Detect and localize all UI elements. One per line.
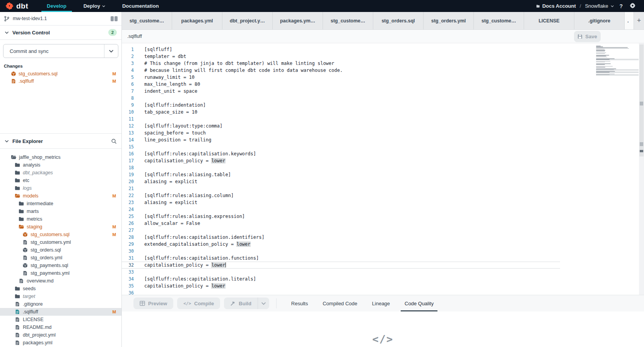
nav-item-develop[interactable]: Develop <box>38 0 75 12</box>
dbt-logo[interactable]: dbt <box>0 0 38 12</box>
line-number: 5 <box>122 75 136 80</box>
save-button[interactable]: Save <box>574 31 601 42</box>
highlighted-word: lower <box>211 158 225 163</box>
editor-tab[interactable]: stg_custome… <box>122 12 172 29</box>
branch-row[interactable]: mw-test-idev1.1 <box>0 12 121 26</box>
preview-button[interactable]: Preview <box>133 298 173 309</box>
gear-icon[interactable] <box>628 3 637 10</box>
code-line-16: 16[sqlfluff:rules:capitalisation.keyword… <box>122 150 644 157</box>
line-number: 24 <box>122 207 136 212</box>
folder-open-icon <box>19 224 24 230</box>
line-number: 22 <box>122 193 136 198</box>
cube-icon <box>22 232 28 237</box>
doc-icon <box>15 325 20 330</box>
line-number: 31 <box>122 255 136 261</box>
hammer-icon <box>230 301 236 306</box>
search-icon[interactable] <box>111 138 117 144</box>
tree-item-seeds[interactable]: seeds <box>0 285 121 293</box>
split-view-icon[interactable] <box>111 16 118 21</box>
tree-item-overview.md[interactable]: overview.md <box>0 277 121 285</box>
tree-item-intermediate[interactable]: intermediate <box>0 200 121 208</box>
account-name: Docs Account <box>542 3 576 9</box>
build-options-chevron[interactable] <box>258 298 269 309</box>
line-number: 33 <box>122 269 136 275</box>
line-number: 26 <box>122 221 136 226</box>
folder-icon <box>15 286 20 291</box>
bottom-tab-compiled-code[interactable]: Compiled Code <box>323 295 357 311</box>
tree-item-stg_customers.yml[interactable]: stg_customers.yml <box>0 238 121 246</box>
tree-item-README.md[interactable]: README.md <box>0 323 121 331</box>
tree-item-.gitignore[interactable]: .gitignore <box>0 300 121 308</box>
compile-button[interactable]: </>Compile <box>177 298 220 309</box>
doc-icon <box>22 270 28 276</box>
tree-item-analysis[interactable]: analysis <box>0 161 121 169</box>
code-line-6: 6max_line_length = 80 <box>122 81 644 88</box>
modified-badge: M <box>112 225 116 229</box>
changed-file[interactable]: .sqlfluffM <box>0 77 121 85</box>
editor-tab[interactable]: stg_orders.yml <box>424 12 474 29</box>
help-icon[interactable]: ? <box>618 3 624 9</box>
code-line-11: 11 <box>122 116 644 122</box>
code-line-2: 2templater = dbt <box>122 53 644 60</box>
highlighted-word: lower <box>236 242 250 247</box>
editor-tab[interactable]: stg_orders.sql <box>373 12 424 29</box>
tree-item-packages.yml[interactable]: packages.yml <box>0 339 121 347</box>
doc-icon <box>19 278 24 284</box>
tree-item-target[interactable]: target <box>0 293 121 300</box>
account-switcher[interactable]: Docs Account / Snowflake <box>536 3 614 9</box>
tree-item-stg_customers.sql[interactable]: stg_customers.sqlM <box>0 231 121 238</box>
scrollbar-thumb[interactable] <box>639 44 644 156</box>
tree-item-dbt_packages[interactable]: dbt_packages <box>0 169 121 177</box>
file-explorer-header[interactable]: File Explorer <box>0 133 121 149</box>
tree-item-etc[interactable]: etc <box>0 177 121 184</box>
version-control-header[interactable]: Version Control 2 <box>0 26 121 40</box>
editor-tab[interactable]: .gitignore <box>574 12 625 29</box>
tree-item-jaffle_shop_metrics[interactable]: jaffle_shop_metrics <box>0 153 121 161</box>
bottom-tab-code-quality[interactable]: Code Quality <box>405 295 434 311</box>
tree-item-metrics[interactable]: metrics <box>0 215 121 223</box>
editor-scrollbar[interactable] <box>639 43 644 295</box>
new-tab-button[interactable]: + <box>634 12 644 29</box>
editor-tab[interactable]: stg_custome… <box>323 12 373 29</box>
code-line-10: 10tab_space_size = 10 <box>122 109 644 116</box>
tree-item-marts[interactable]: marts <box>0 208 121 215</box>
tree-item-.sqlfluff[interactable]: .sqlfluffM <box>0 308 121 316</box>
editor-tab-active-partial[interactable]: . <box>625 12 634 29</box>
bottom-tab-lineage[interactable]: Lineage <box>372 295 390 311</box>
code-line-25: 25[sqlfluff:rules:aliasing.expression] <box>122 213 644 220</box>
tree-item-logs[interactable]: logs <box>0 184 121 192</box>
build-button[interactable]: Build <box>224 298 258 309</box>
tree-item-LICENSE[interactable]: LICENSE <box>0 316 121 323</box>
editor-tab[interactable]: packages.yml <box>172 12 222 29</box>
tree-item-stg_payments.yml[interactable]: stg_payments.yml <box>0 269 121 277</box>
editor-tab[interactable]: packages.ym… <box>273 12 323 29</box>
editor-tab[interactable]: LICENSE <box>524 12 574 29</box>
bottom-tab-results[interactable]: Results <box>291 295 308 311</box>
tree-item-staging[interactable]: stagingM <box>0 223 121 231</box>
nav-menu: DevelopDeployDocumentation <box>38 0 167 12</box>
editor-tab[interactable]: dbt_project.y… <box>222 12 273 29</box>
code-line-32: 32capitalisation_policy = lower <box>122 262 560 269</box>
nav-item-documentation[interactable]: Documentation <box>114 0 167 12</box>
commit-options-chevron[interactable] <box>104 44 118 58</box>
code-editor[interactable]: 1[sqlfluff]2templater = dbt3# This chang… <box>122 43 644 295</box>
tree-item-stg_payments.sql[interactable]: stg_payments.sql <box>0 262 121 269</box>
tree-item-models[interactable]: modelsM <box>0 192 121 200</box>
changes-label: Changes <box>4 64 121 68</box>
folder-icon <box>15 185 20 191</box>
code-line-3: 3# This change (from jinja to dbt templa… <box>122 60 644 67</box>
line-number: 6 <box>122 82 136 87</box>
nav-item-deploy[interactable]: Deploy <box>75 0 114 12</box>
tree-item-dbt_project.yml[interactable]: dbt_project.yml <box>0 331 121 339</box>
tree-item-stg_orders.yml[interactable]: stg_orders.yml <box>0 254 121 262</box>
changed-file[interactable]: stg_customers.sqlM <box>0 70 121 77</box>
editor-tab[interactable]: stg_custome… <box>474 12 524 29</box>
branch-name: mw-test-idev1.1 <box>13 16 108 21</box>
line-number: 17 <box>122 158 136 163</box>
line-number: 34 <box>122 276 136 282</box>
highlighted-word: lower <box>211 262 225 268</box>
commit-and-sync-button[interactable]: Commit and sync <box>3 44 118 58</box>
code-line-36: 36 <box>122 289 644 295</box>
chevron-down-icon <box>5 31 9 35</box>
tree-item-stg_orders.sql[interactable]: stg_orders.sql <box>0 246 121 254</box>
